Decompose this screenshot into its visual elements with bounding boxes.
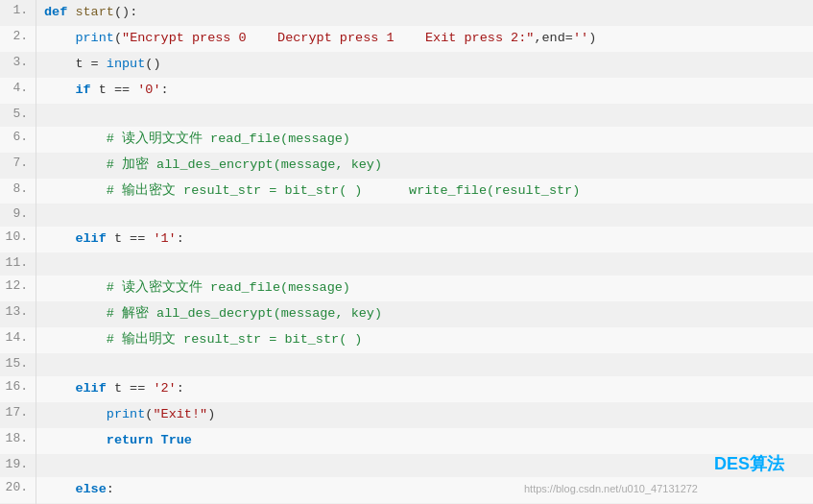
- code-row: 7. # 加密 all_des_encrypt(message, key): [0, 153, 813, 179]
- line-content: if t == '0':: [36, 78, 813, 104]
- line-number: 11.: [0, 252, 36, 276]
- line-number: 14.: [0, 327, 36, 353]
- line-content: # 读入密文文件 read_file(message): [36, 276, 813, 301]
- url-label: https://blog.csdn.net/u010_47131272: [524, 483, 698, 494]
- line-number: 16.: [0, 376, 36, 402]
- line-number: 3.: [0, 52, 36, 78]
- line-content: elif t == '1':: [36, 227, 813, 252]
- line-content: [36, 353, 813, 376]
- line-number: 6.: [0, 127, 36, 153]
- code-row: 9.: [0, 204, 813, 227]
- line-number: 5.: [0, 104, 36, 127]
- line-number: 15.: [0, 353, 36, 376]
- line-number: 12.: [0, 276, 36, 301]
- line-number: 10.: [0, 227, 36, 252]
- line-number: 4.: [0, 78, 36, 104]
- watermark-label: DES算法: [714, 452, 784, 475]
- line-content: [36, 252, 813, 276]
- code-row: 14. # 输出明文 result_str = bit_str( ): [0, 327, 813, 353]
- line-content: print("Encrypt press 0 Decrypt press 1 E…: [36, 26, 813, 52]
- code-row: 1.def start():: [0, 0, 813, 26]
- code-row: 2. print("Encrypt press 0 Decrypt press …: [0, 26, 813, 52]
- line-number: 18.: [0, 428, 36, 454]
- line-content: elif t == '2':: [36, 376, 813, 402]
- line-content: return True: [36, 428, 813, 454]
- code-row: 16. elif t == '2':: [0, 376, 813, 402]
- code-row: 5.: [0, 104, 813, 127]
- code-lines-container: 1.def start():2. print("Encrypt press 0 …: [0, 0, 813, 504]
- code-row: 12. # 读入密文文件 read_file(message): [0, 276, 813, 301]
- line-number: 8.: [0, 179, 36, 204]
- line-number: 2.: [0, 26, 36, 52]
- code-row: 15.: [0, 353, 813, 376]
- line-number: 13.: [0, 301, 36, 327]
- code-row: 19.: [0, 454, 813, 477]
- line-content: # 输出明文 result_str = bit_str( ): [36, 327, 813, 353]
- line-number: 1.: [0, 0, 36, 26]
- line-content: # 解密 all_des_decrypt(message, key): [36, 301, 813, 327]
- code-row: 4. if t == '0':: [0, 78, 813, 104]
- code-editor: 1.def start():2. print("Encrypt press 0 …: [0, 0, 813, 504]
- line-content: [36, 454, 813, 477]
- code-row: 8. # 输出密文 result_str = bit_str( ) write_…: [0, 179, 813, 204]
- line-number: 19.: [0, 454, 36, 477]
- code-row: 6. # 读入明文文件 read_file(message): [0, 127, 813, 153]
- code-row: 13. # 解密 all_des_decrypt(message, key): [0, 301, 813, 327]
- line-content: [36, 104, 813, 127]
- line-content: # 加密 all_des_encrypt(message, key): [36, 153, 813, 179]
- line-number: 20.: [0, 477, 36, 503]
- line-number: 9.: [0, 204, 36, 227]
- line-content: print("Exit!"): [36, 402, 813, 428]
- code-row: 18. return True: [0, 428, 813, 454]
- code-row: 3. t = input(): [0, 52, 813, 78]
- line-number: 7.: [0, 153, 36, 179]
- code-row: 17. print("Exit!"): [0, 402, 813, 428]
- code-row: 10. elif t == '1':: [0, 227, 813, 252]
- line-number: 17.: [0, 402, 36, 428]
- line-content: # 输出密文 result_str = bit_str( ) write_fil…: [36, 179, 813, 204]
- line-content: [36, 204, 813, 227]
- line-content: def start():: [36, 0, 813, 26]
- code-row: 11.: [0, 252, 813, 276]
- line-content: t = input(): [36, 52, 813, 78]
- line-content: # 读入明文文件 read_file(message): [36, 127, 813, 153]
